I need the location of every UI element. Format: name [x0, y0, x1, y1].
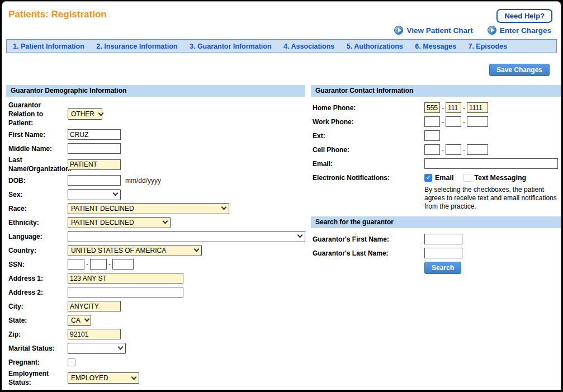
- save-row: Save Changes: [6, 64, 557, 76]
- contact-panel-header: Guarantor Contact Information: [311, 85, 561, 97]
- employment-status-value: EMPLOYED: [71, 374, 108, 382]
- relation-value: OTHER: [71, 110, 94, 118]
- ethnicity-row: Ethnicity: PATIENT DECLINED: [6, 215, 305, 229]
- play-circle-icon[interactable]: [394, 26, 403, 35]
- last-name-input[interactable]: [68, 159, 121, 170]
- enter-charges-label: Enter Charges: [500, 26, 551, 35]
- search-button[interactable]: Search: [424, 262, 461, 274]
- middle-name-label: Middle Name:: [6, 144, 68, 153]
- email-notification-option-label: Email: [435, 174, 453, 182]
- play-circle-icon[interactable]: [488, 26, 496, 35]
- chevron-down-icon: [163, 219, 168, 224]
- country-select[interactable]: UNITED STATES OF AMERICA: [68, 245, 202, 256]
- address1-input[interactable]: [68, 273, 183, 284]
- text-messaging-checkbox[interactable]: [463, 174, 471, 182]
- save-changes-button[interactable]: Save Changes: [489, 64, 550, 76]
- state-label: State:: [6, 316, 68, 325]
- cell-phone-line-input[interactable]: [467, 144, 488, 155]
- dob-input[interactable]: [68, 175, 121, 186]
- email-notification-checkbox[interactable]: [424, 174, 432, 182]
- address1-label: Address 1:: [6, 274, 68, 283]
- zip-label: Zip:: [6, 330, 68, 339]
- zip-input[interactable]: [68, 329, 121, 339]
- cell-phone-label: Cell Phone:: [311, 145, 424, 154]
- guarantor-demographic-panel: Guarantor Demographic Information Guaran…: [6, 85, 305, 387]
- registration-page: Patients: Registration Need Help? View P…: [2, 1, 561, 390]
- ssn-part3-input[interactable]: [112, 259, 134, 270]
- tab-associations[interactable]: 4. Associations: [283, 42, 334, 50]
- ext-input[interactable]: [424, 130, 440, 141]
- guarantor-first-name-input[interactable]: [424, 234, 462, 244]
- middle-name-input[interactable]: [68, 143, 121, 154]
- country-label: Country:: [6, 246, 68, 255]
- language-select[interactable]: [68, 231, 305, 242]
- state-value: CA: [71, 317, 81, 324]
- guarantor-last-name-row: Guarantor's Last Name:: [311, 246, 561, 260]
- employment-status-select[interactable]: EMPLOYED: [68, 372, 139, 384]
- pregnant-checkbox[interactable]: [68, 358, 75, 366]
- first-name-input[interactable]: [68, 129, 121, 140]
- marital-status-label: Marital Status:: [6, 344, 68, 353]
- state-row: State: CA: [6, 313, 305, 327]
- ssn-label: SSN:: [6, 260, 68, 269]
- last-name-label: Last Name/Organization:: [6, 155, 68, 173]
- cell-phone-prefix-input[interactable]: [446, 144, 461, 155]
- email-input[interactable]: [424, 158, 558, 169]
- work-phone-area-input[interactable]: [424, 116, 440, 127]
- registration-tab-bar: 1. Patient Information 2. Insurance Info…: [6, 39, 557, 53]
- ssn-row: SSN: - -: [6, 257, 305, 271]
- view-patient-chart-link[interactable]: View Patient Chart: [394, 26, 472, 35]
- city-label: City:: [6, 302, 68, 311]
- cell-phone-area-input[interactable]: [424, 144, 440, 155]
- home-phone-label: Home Phone:: [311, 103, 424, 112]
- work-phone-row: Work Phone: - -: [311, 115, 561, 129]
- home-phone-prefix-input[interactable]: [446, 102, 461, 113]
- race-select[interactable]: PATIENT DECLINED: [68, 203, 229, 214]
- pregnant-row: Pregnant:: [6, 355, 305, 369]
- sex-label: Sex:: [6, 190, 68, 199]
- chevron-down-icon: [98, 110, 104, 116]
- email-row: Email:: [311, 157, 561, 171]
- chevron-down-icon: [118, 344, 124, 350]
- tab-guarantor-information[interactable]: 3. Guarantor Information: [190, 42, 272, 50]
- relation-label: Guarantor Relation to Patient:: [6, 101, 68, 127]
- tab-messages[interactable]: 6. Messages: [415, 42, 456, 50]
- home-phone-area-input[interactable]: [424, 102, 440, 113]
- guarantor-contact-panel: Guarantor Contact Information Home Phone…: [311, 85, 561, 211]
- ssn-part2-input[interactable]: [90, 259, 107, 270]
- state-select[interactable]: CA: [68, 315, 91, 326]
- address2-input[interactable]: [68, 287, 183, 297]
- relation-row: Guarantor Relation to Patient: OTHER: [6, 101, 305, 127]
- need-help-button[interactable]: Need Help?: [496, 9, 552, 23]
- guarantor-first-name-row: Guarantor's First Name:: [311, 232, 561, 246]
- sex-row: Sex:: [6, 187, 305, 201]
- tab-insurance-information[interactable]: 2. Insurance Information: [96, 42, 177, 50]
- language-row: Language:: [6, 229, 305, 243]
- relation-select[interactable]: OTHER: [68, 108, 102, 120]
- guarantor-last-name-input[interactable]: [424, 248, 462, 258]
- guarantor-last-name-label: Guarantor's Last Name:: [311, 249, 424, 258]
- tab-patient-information[interactable]: 1. Patient Information: [13, 42, 84, 50]
- work-phone-label: Work Phone:: [311, 117, 424, 126]
- city-input[interactable]: [68, 301, 121, 311]
- race-row: Race: PATIENT DECLINED: [6, 201, 305, 215]
- dob-label: DOB:: [6, 176, 68, 185]
- marital-status-row: Marital Status:: [6, 341, 305, 355]
- ethnicity-select[interactable]: PATIENT DECLINED: [68, 217, 171, 228]
- electronic-notifications-label: Electronic Notifications:: [311, 173, 424, 182]
- ssn-part1-input[interactable]: [68, 259, 84, 270]
- marital-status-select[interactable]: [68, 343, 126, 354]
- work-phone-line-input[interactable]: [467, 116, 488, 127]
- chevron-down-icon: [131, 374, 137, 380]
- work-phone-prefix-input[interactable]: [446, 116, 461, 127]
- right-column: Guarantor Contact Information Home Phone…: [311, 85, 561, 274]
- enter-charges-link[interactable]: Enter Charges: [488, 26, 551, 35]
- tab-authorizations[interactable]: 5. Authorizations: [347, 42, 403, 50]
- sex-select[interactable]: [68, 189, 121, 200]
- city-row: City:: [6, 299, 305, 313]
- home-phone-line-input[interactable]: [467, 102, 488, 113]
- form-panels: Guarantor Demographic Information Guaran…: [6, 85, 557, 387]
- race-value: PATIENT DECLINED: [71, 205, 134, 212]
- language-label: Language:: [6, 232, 68, 241]
- tab-episodes[interactable]: 7. Episodes: [468, 42, 507, 50]
